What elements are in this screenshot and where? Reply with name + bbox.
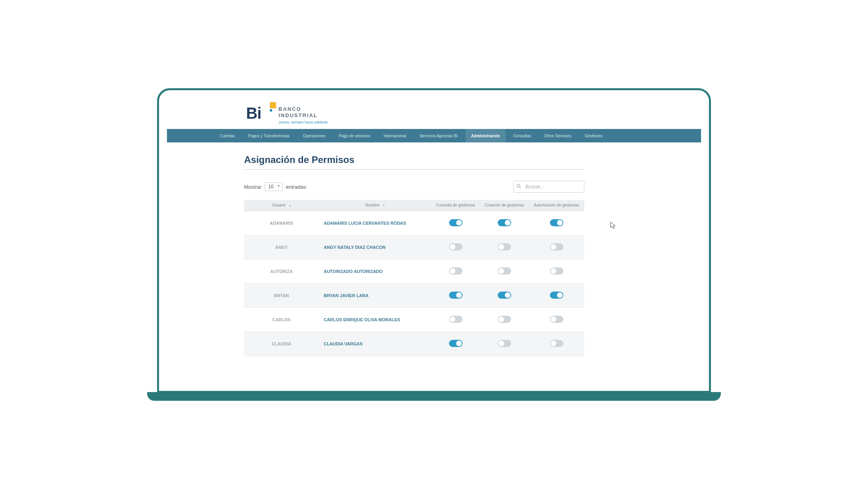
permission-toggle[interactable] — [498, 267, 511, 275]
nav-item[interactable]: Servicios Agencias BI — [414, 129, 463, 142]
permission-toggle[interactable] — [498, 219, 511, 226]
search-wrap — [513, 181, 584, 193]
sort-asc-icon: ▴ — [289, 203, 291, 207]
search-input[interactable] — [513, 181, 584, 193]
device-base — [147, 392, 721, 401]
brand-name-1: BANCO — [279, 106, 328, 112]
nav-item[interactable]: Cuentas — [214, 129, 240, 142]
name-cell: ANGY NATALY DIAZ CHACON — [319, 235, 431, 260]
permission-toggle[interactable] — [449, 340, 462, 347]
permission-toggle[interactable] — [449, 267, 462, 275]
brand-name-2: INDUSTRIAL — [279, 112, 328, 119]
permission-toggle[interactable] — [449, 219, 462, 226]
toggle-cell — [529, 332, 584, 356]
col-creacion[interactable]: Creación de gestiones — [480, 200, 529, 211]
toggle-cell — [480, 332, 529, 356]
name-cell: AUTORIZADO AUTORIZADO — [319, 260, 431, 284]
logo-square-icon — [270, 102, 276, 108]
toggle-cell — [431, 308, 480, 332]
nav-item[interactable]: Consultas — [508, 129, 536, 142]
entries-select[interactable]: 10 — [265, 182, 282, 191]
nav-item[interactable]: Otros Servicios — [539, 129, 577, 142]
toggle-cell — [529, 260, 584, 284]
permission-toggle[interactable] — [550, 267, 563, 275]
sort-icon: ▾ — [383, 203, 385, 207]
user-cell: ADAMARIS — [244, 211, 319, 235]
toggle-cell — [431, 332, 480, 356]
user-cell: CLAUDIA — [244, 332, 319, 356]
toggle-cell — [431, 284, 480, 308]
table-row: CARLOSCARLOS ENRIQUE OLIVA MORALES — [244, 308, 584, 332]
permission-toggle[interactable] — [498, 243, 511, 250]
toggle-cell — [480, 211, 529, 235]
nav-item[interactable]: Administración — [466, 129, 506, 142]
screen: Bi BANCO INDUSTRIAL Juntos, siempre haci… — [167, 98, 701, 383]
permissions-table: Usuario ▴ Nombre ▾ Consulta de gestiones… — [244, 200, 584, 356]
toggle-cell — [480, 284, 529, 308]
entries-control: Mostrar 10 entradas: — [244, 182, 307, 191]
user-cell: CARLOS — [244, 308, 319, 332]
permission-toggle[interactable] — [550, 243, 563, 250]
logo-glyph: Bi — [246, 104, 261, 122]
col-name[interactable]: Nombre ▾ — [319, 200, 431, 211]
permission-toggle[interactable] — [449, 316, 462, 323]
name-cell: CLAUDIA VARGAS — [319, 332, 431, 356]
toggle-cell — [529, 235, 584, 260]
permission-toggle[interactable] — [449, 243, 462, 250]
page-title: Asignación de Permisos — [244, 154, 584, 170]
table-row: AUTORIZAAUTORIZADO AUTORIZADO — [244, 260, 584, 284]
content: Asignación de Permisos Mostrar 10 entrad… — [244, 142, 584, 356]
permission-toggle[interactable] — [498, 316, 511, 323]
toggle-cell — [431, 211, 480, 235]
permission-toggle[interactable] — [550, 316, 563, 323]
name-cell: BRYAN JAVIER LARA — [319, 284, 431, 308]
table-row: CLAUDIACLAUDIA VARGAS — [244, 332, 584, 356]
toggle-cell — [529, 211, 584, 235]
col-user[interactable]: Usuario ▴ — [244, 200, 319, 211]
col-consulta[interactable]: Consulta de gestiones — [431, 200, 480, 211]
entries-count: 10 — [268, 184, 273, 190]
device-frame: Bi BANCO INDUSTRIAL Juntos, siempre haci… — [157, 88, 711, 393]
toggle-cell — [529, 308, 584, 332]
nav-item[interactable]: Pago de servicios — [333, 129, 375, 142]
permission-toggle[interactable] — [550, 219, 563, 226]
table-controls: Mostrar 10 entradas: — [244, 181, 584, 193]
entries-label: entradas: — [286, 184, 307, 190]
logo-dot-icon — [270, 109, 272, 112]
table-row: ADAMARISADAMARIS LUCIA CERVANTES RODAS — [244, 211, 584, 235]
nav-item[interactable]: Operaciones — [298, 129, 331, 142]
user-cell: ANGY — [244, 235, 319, 260]
toggle-cell — [529, 284, 584, 308]
permission-toggle[interactable] — [498, 292, 511, 299]
nav-item[interactable]: Internacional — [378, 129, 411, 142]
brand-slogan: Juntos, siempre hacia adelante — [279, 120, 328, 124]
logo-mark: Bi — [246, 105, 274, 125]
brand-logo: Bi BANCO INDUSTRIAL Juntos, siempre haci… — [246, 105, 328, 125]
toggle-cell — [431, 235, 480, 260]
name-cell: ADAMARIS LUCIA CERVANTES RODAS — [319, 211, 431, 235]
table-row: BRYANBRYAN JAVIER LARA — [244, 284, 584, 308]
toggle-cell — [480, 235, 529, 260]
permission-toggle[interactable] — [550, 292, 563, 299]
user-cell: AUTORIZA — [244, 260, 319, 284]
show-label: Mostrar — [244, 184, 262, 190]
permission-toggle[interactable] — [550, 340, 563, 347]
permission-toggle[interactable] — [498, 340, 511, 347]
col-autorizacion[interactable]: Autorización de gestiones — [529, 200, 584, 211]
cursor-icon — [610, 222, 616, 231]
name-cell: CARLOS ENRIQUE OLIVA MORALES — [319, 308, 431, 332]
toggle-cell — [480, 260, 529, 284]
nav-item[interactable]: Pagos y Transferencias — [243, 129, 295, 142]
toggle-cell — [480, 308, 529, 332]
table-row: ANGYANGY NATALY DIAZ CHACON — [244, 235, 584, 260]
search-icon — [516, 184, 521, 190]
permission-toggle[interactable] — [449, 292, 462, 299]
toggle-cell — [431, 260, 480, 284]
header: Bi BANCO INDUSTRIAL Juntos, siempre haci… — [167, 98, 701, 129]
main-nav: CuentasPagos y TransferenciasOperaciones… — [167, 129, 701, 142]
svg-point-0 — [517, 184, 520, 188]
svg-line-1 — [519, 187, 521, 188]
user-cell: BRYAN — [244, 284, 319, 308]
nav-item[interactable]: Gestiones — [579, 129, 608, 142]
